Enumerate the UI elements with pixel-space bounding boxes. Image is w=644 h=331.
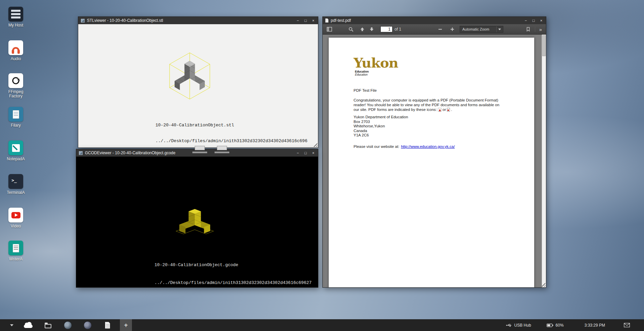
battery-icon (547, 323, 553, 327)
file-thumbnail (212, 146, 232, 153)
gcode-model-render (169, 194, 222, 243)
cloud-icon[interactable] (21, 319, 36, 331)
close-button[interactable]: × (311, 17, 315, 24)
add-button[interactable]: + (120, 319, 132, 331)
minimize-button[interactable]: − (524, 17, 528, 24)
usb-hub-status: USB Hub (506, 323, 531, 328)
file-thumbnail (190, 146, 210, 153)
more-tools-button[interactable]: » (538, 27, 543, 32)
desktop-icon-label: NotepadA (7, 157, 25, 161)
zoom-dropdown-divider (496, 26, 497, 32)
desktop-icon-label: My Host (8, 23, 23, 28)
desktop-icon-label: Filary (11, 123, 20, 128)
headphones-icon (8, 40, 23, 55)
page-number-input[interactable] (380, 26, 393, 32)
zoom-out-button[interactable] (436, 25, 444, 33)
clock: 3:33:29 PM (585, 323, 605, 328)
pdf-document-icon[interactable] (100, 319, 115, 331)
terminal-prompt-icon: >_ (8, 174, 23, 189)
desktop-icon-filary[interactable]: Filary (3, 107, 29, 128)
minimize-button[interactable]: − (296, 149, 300, 157)
desktop-icon-label: Video (11, 224, 21, 229)
desktop-icon-audio[interactable]: Audio (3, 40, 29, 61)
round-app-icon-2[interactable] (80, 319, 95, 331)
pdf-window-title: pdf-test.pdf (331, 18, 521, 23)
writer-document-icon (8, 241, 23, 255)
acrobat-pdf-icon (438, 108, 442, 112)
pdf-view-area[interactable]: Yukon Education Éducation PDF Test File … (323, 35, 546, 287)
pdf-toolbar: of 1 Automatic Zoom » (323, 24, 546, 35)
minimize-button[interactable]: − (296, 17, 300, 24)
envelope-icon (624, 323, 630, 327)
desktop-icon-my-host[interactable]: My Host (3, 7, 29, 28)
desktop-icon-video[interactable]: Video (3, 208, 29, 229)
pdf-page: Yukon Education Éducation PDF Test File … (329, 38, 534, 287)
my-host-icon (8, 7, 23, 22)
desktop-icon-label: WriterA (9, 257, 22, 261)
taskbar-collapse-icon[interactable] (10, 324, 13, 326)
zoom-in-button[interactable] (448, 25, 456, 33)
document-icon (8, 107, 23, 122)
toolbar-separator (535, 27, 535, 32)
resize-grip[interactable] (313, 142, 317, 147)
bookmark-icon[interactable] (524, 25, 532, 33)
folder-icon[interactable] (41, 319, 55, 331)
desktop-icon-label: TerminalA (7, 191, 25, 195)
doc-paragraph: Congratulations, your computer is equipp… (354, 98, 499, 112)
desktop-icon-ffmpeg-factory[interactable]: FFmpeg Factory (3, 73, 29, 98)
taskbar: + USB Hub 6 (0, 319, 644, 331)
stl-app-icon (81, 19, 85, 23)
stl-titlebar[interactable]: STLviewer - 10-20-40-CalibrationObject.s… (78, 17, 318, 24)
maximize-button[interactable]: □ (304, 149, 308, 157)
usb-hub-label: USB Hub (514, 323, 531, 328)
yukon-logo: Yukon Education Éducation (354, 56, 398, 76)
mail-button[interactable] (624, 323, 630, 327)
stlviewer-window: STLviewer - 10-20-40-CalibrationObject.s… (78, 16, 318, 148)
next-page-button[interactable] (368, 25, 376, 33)
yukon-logo-sub-fr: Éducation (355, 73, 398, 76)
search-icon[interactable] (347, 25, 355, 33)
gcode-3d-viewport[interactable]: 10-20-40-CalibrationObject.gcode ../../D… (76, 157, 318, 287)
doc-website-line: Please visit our website at:http://www.e… (354, 144, 455, 149)
close-button[interactable]: × (311, 149, 315, 157)
pdf-viewer-window: pdf-test.pdf − □ × of 1 (322, 16, 546, 288)
desktop-icon-terminala[interactable]: >_ TerminalA (3, 174, 29, 195)
desktop-icon-label: FFmpeg Factory (3, 90, 29, 98)
gcode-filename: 10-20-40-CalibrationObject.gcode (154, 263, 312, 267)
usb-icon (506, 323, 512, 328)
battery-percent-label: 60% (556, 323, 564, 328)
stl-3d-viewport[interactable]: 10-20-40-CalibrationObject.stl ../../Des… (78, 24, 318, 148)
play-button-icon (8, 208, 23, 222)
stl-path-line1: ../../Desktop/files/admin/inith31302d323… (155, 139, 307, 143)
chevron-down-icon (498, 29, 501, 30)
zoom-dropdown-value: Automatic Zoom (462, 27, 496, 31)
previous-page-button[interactable] (358, 25, 366, 33)
desktop-icon-notepada[interactable]: NotepadA (3, 140, 29, 161)
gcode-window-title: GCODEviewer - 10-20-40-CalibrationObject… (85, 151, 293, 155)
desktop-icon-label: Audio (11, 57, 21, 61)
page-count-label: of 1 (395, 27, 401, 32)
scrollbar-track[interactable] (542, 35, 546, 287)
circular-arrows-icon (8, 73, 23, 88)
scrollbar-thumb[interactable] (542, 35, 546, 56)
doc-heading: PDF Test File (354, 88, 377, 92)
gcode-app-icon (79, 151, 83, 155)
sidebar-toggle-button[interactable] (325, 25, 333, 33)
stl-window-title: STLviewer - 10-20-40-CalibrationObject.s… (87, 18, 293, 23)
doc-address: Yukon Department of Education Box 2703 W… (354, 115, 408, 138)
gcodeviewer-window: GCODEviewer - 10-20-40-CalibrationObject… (76, 149, 318, 288)
pdf-form-icon (447, 108, 450, 112)
gcode-path-line1: ../../Desktop/files/admin/inith31302d323… (154, 281, 312, 285)
yukon-logo-word: Yukon (354, 56, 398, 69)
maximize-button[interactable]: □ (304, 17, 308, 24)
battery-status: 60% (547, 323, 564, 328)
pdf-titlebar[interactable]: pdf-test.pdf − □ × (323, 17, 546, 24)
stl-filename: 10-20-40-CalibrationObject.stl (155, 123, 307, 127)
website-link[interactable]: http://www.education.gov.yk.ca/ (401, 144, 455, 149)
round-app-icon-1[interactable] (60, 319, 75, 331)
zoom-dropdown[interactable]: Automatic Zoom (460, 26, 503, 33)
maximize-button[interactable]: □ (532, 17, 536, 24)
close-button[interactable]: × (539, 17, 543, 24)
pdf-app-icon (325, 18, 328, 23)
desktop-icon-writera[interactable]: WriterA (3, 241, 29, 261)
